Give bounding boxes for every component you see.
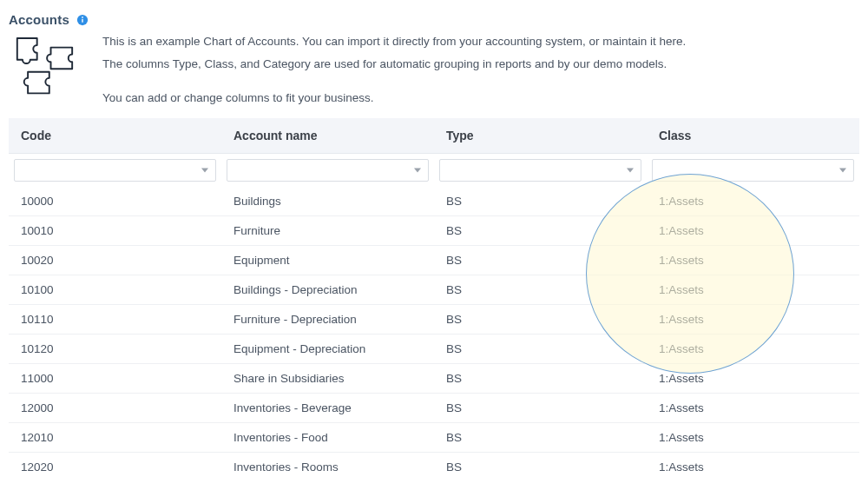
table-row[interactable]: 10010 Furniture BS 1:Assets xyxy=(9,215,859,245)
cell-class: 1:Assets xyxy=(647,275,859,304)
cell-class: 1:Assets xyxy=(647,215,859,245)
cell-class: 1:Assets xyxy=(647,422,859,452)
accounts-table: Code Account name Type Class 10000 Build… xyxy=(9,118,859,477)
cell-name: Furniture - Depreciation xyxy=(221,304,434,334)
filter-code[interactable] xyxy=(14,159,216,182)
page: Accounts This is an example Chart of Acc… xyxy=(0,0,868,477)
intro-block: This is an example Chart of Accounts. Yo… xyxy=(9,32,859,111)
filter-name[interactable] xyxy=(227,159,429,182)
filter-type[interactable] xyxy=(439,159,641,182)
cell-name: Inventories - Beverage xyxy=(221,393,434,422)
cell-name: Inventories - Rooms xyxy=(221,452,434,477)
cell-name: Equipment - Depreciation xyxy=(221,334,434,363)
col-header-class[interactable]: Class xyxy=(647,118,859,154)
svg-point-2 xyxy=(82,17,83,18)
cell-name: Equipment xyxy=(221,245,434,275)
cell-code: 11000 xyxy=(9,363,221,393)
cell-type: BS xyxy=(434,422,647,452)
table-row[interactable]: 12010 Inventories - Food BS 1:Assets xyxy=(9,422,859,452)
intro-line-2: The columns Type, Class, and Category ar… xyxy=(102,55,859,74)
cell-code: 12010 xyxy=(9,422,221,452)
cell-class: 1:Assets xyxy=(647,245,859,275)
cell-name: Buildings xyxy=(221,187,434,216)
table-row[interactable]: 11000 Share in Subsidiaries BS 1:Assets xyxy=(9,363,859,393)
cell-type: BS xyxy=(434,304,647,334)
cell-code: 10010 xyxy=(9,215,221,245)
cell-code: 10110 xyxy=(9,304,221,334)
cell-class: 1:Assets xyxy=(647,393,859,422)
page-title: Accounts xyxy=(9,12,69,27)
intro-text: This is an example Chart of Accounts. Yo… xyxy=(102,32,859,111)
cell-name: Inventories - Food xyxy=(221,422,434,452)
cell-type: BS xyxy=(434,452,647,477)
cell-name: Share in Subsidiaries xyxy=(221,363,434,393)
cell-class: 1:Assets xyxy=(647,452,859,477)
svg-rect-1 xyxy=(82,18,82,22)
cell-type: BS xyxy=(434,334,647,363)
cell-name: Buildings - Depreciation xyxy=(221,275,434,304)
cell-name: Furniture xyxy=(221,215,434,245)
cell-type: BS xyxy=(434,245,647,275)
cell-type: BS xyxy=(434,187,647,216)
info-icon[interactable] xyxy=(76,14,89,26)
cell-class: 1:Assets xyxy=(647,187,859,216)
cell-class: 1:Assets xyxy=(647,304,859,334)
col-header-name[interactable]: Account name xyxy=(221,118,434,154)
puzzle-icon xyxy=(9,32,87,109)
table-body: 10000 Buildings BS 1:Assets 10010 Furnit… xyxy=(9,187,859,477)
intro-line-1: This is an example Chart of Accounts. Yo… xyxy=(102,32,859,51)
cell-code: 12020 xyxy=(9,452,221,477)
cell-code: 10020 xyxy=(9,245,221,275)
cell-code: 10100 xyxy=(9,275,221,304)
table-header-row: Code Account name Type Class xyxy=(9,118,859,154)
cell-class: 1:Assets xyxy=(647,334,859,363)
col-header-code[interactable]: Code xyxy=(9,118,221,154)
cell-code: 10000 xyxy=(9,187,221,216)
filter-class[interactable] xyxy=(652,159,854,182)
cell-type: BS xyxy=(434,275,647,304)
table-row[interactable]: 10110 Furniture - Depreciation BS 1:Asse… xyxy=(9,304,859,334)
cell-type: BS xyxy=(434,393,647,422)
table-filter-row xyxy=(9,153,859,187)
table-row[interactable]: 10120 Equipment - Depreciation BS 1:Asse… xyxy=(9,334,859,363)
intro-line-3: You can add or change columns to fit you… xyxy=(102,89,859,108)
cell-type: BS xyxy=(434,363,647,393)
table-row[interactable]: 10020 Equipment BS 1:Assets xyxy=(9,245,859,275)
cell-code: 12000 xyxy=(9,393,221,422)
table-row[interactable]: 10000 Buildings BS 1:Assets xyxy=(9,187,859,216)
cell-type: BS xyxy=(434,215,647,245)
table-row[interactable]: 12020 Inventories - Rooms BS 1:Assets xyxy=(9,452,859,477)
page-header: Accounts xyxy=(9,12,859,27)
table-row[interactable]: 10100 Buildings - Depreciation BS 1:Asse… xyxy=(9,275,859,304)
table-row[interactable]: 12000 Inventories - Beverage BS 1:Assets xyxy=(9,393,859,422)
cell-class: 1:Assets xyxy=(647,363,859,393)
cell-code: 10120 xyxy=(9,334,221,363)
col-header-type[interactable]: Type xyxy=(434,118,647,154)
